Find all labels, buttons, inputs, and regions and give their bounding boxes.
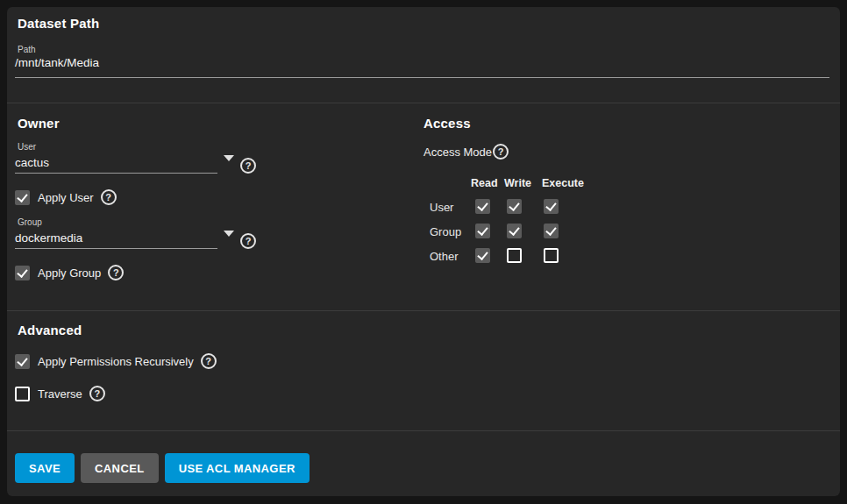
traverse-help-icon[interactable]: ? bbox=[89, 386, 105, 401]
user-select-input[interactable]: cactus bbox=[15, 156, 49, 169]
access-col-write: Write bbox=[504, 177, 531, 189]
path-input-underline bbox=[15, 77, 829, 78]
group-dropdown-caret-icon[interactable] bbox=[224, 231, 234, 237]
apply-permissions-recursively-help-icon[interactable]: ? bbox=[201, 353, 217, 369]
path-field-label: Path bbox=[18, 45, 36, 54]
access-mode-label: Access Mode bbox=[424, 146, 492, 159]
apply-permissions-recursively-checkbox[interactable] bbox=[15, 354, 30, 369]
section-divider bbox=[7, 310, 840, 311]
other-read-checkbox[interactable] bbox=[475, 248, 490, 263]
access-col-read: Read bbox=[471, 177, 498, 189]
section-divider bbox=[7, 430, 840, 431]
cancel-button[interactable]: CANCEL bbox=[81, 453, 159, 483]
group-execute-checkbox[interactable] bbox=[544, 224, 559, 238]
user-help-icon[interactable]: ? bbox=[240, 158, 256, 174]
user-execute-checkbox[interactable] bbox=[544, 199, 559, 214]
save-button[interactable]: SAVE bbox=[15, 453, 75, 483]
other-execute-checkbox[interactable] bbox=[544, 248, 559, 263]
user-write-checkbox[interactable] bbox=[507, 199, 522, 214]
user-read-checkbox[interactable] bbox=[475, 199, 490, 214]
section-divider bbox=[7, 103, 840, 103]
access-title: Access bbox=[424, 116, 471, 131]
access-row-user-label: User bbox=[430, 201, 453, 214]
apply-recursively-row: Apply Permissions Recursively ? bbox=[15, 353, 217, 369]
user-dropdown-caret-icon[interactable] bbox=[224, 155, 234, 161]
group-input-underline bbox=[15, 248, 217, 249]
user-input-underline bbox=[15, 173, 217, 174]
use-acl-manager-button[interactable]: USE ACL MANAGER bbox=[165, 453, 310, 483]
apply-group-row: Apply Group ? bbox=[15, 265, 124, 280]
group-help-icon[interactable]: ? bbox=[240, 233, 256, 249]
action-buttons-row: SAVE CANCEL USE ACL MANAGER bbox=[15, 453, 310, 483]
group-field-label: Group bbox=[18, 217, 42, 227]
edit-permissions-card: Dataset Path Path /mnt/tank/Media Owner … bbox=[7, 7, 840, 496]
access-row-other-label: Other bbox=[430, 250, 459, 263]
apply-user-row: Apply User ? bbox=[15, 189, 117, 205]
traverse-row: Traverse ? bbox=[15, 386, 105, 401]
apply-group-label: Apply Group bbox=[38, 266, 101, 280]
dataset-path-title: Dataset Path bbox=[18, 16, 99, 31]
access-row-group-label: Group bbox=[430, 225, 461, 238]
apply-group-help-icon[interactable]: ? bbox=[108, 265, 124, 280]
traverse-label: Traverse bbox=[38, 387, 82, 401]
apply-permissions-recursively-label: Apply Permissions Recursively bbox=[38, 355, 194, 368]
owner-title: Owner bbox=[18, 116, 60, 131]
access-col-execute: Execute bbox=[542, 177, 584, 189]
other-write-checkbox[interactable] bbox=[507, 248, 522, 263]
advanced-title: Advanced bbox=[18, 323, 82, 337]
apply-user-label: Apply User bbox=[38, 191, 94, 204]
traverse-checkbox[interactable] bbox=[15, 387, 30, 401]
path-input[interactable]: /mnt/tank/Media bbox=[15, 56, 99, 69]
group-select-input[interactable]: dockermedia bbox=[15, 231, 82, 245]
apply-user-help-icon[interactable]: ? bbox=[101, 189, 117, 205]
group-read-checkbox[interactable] bbox=[475, 224, 490, 238]
group-write-checkbox[interactable] bbox=[507, 224, 522, 238]
apply-user-checkbox[interactable] bbox=[15, 190, 30, 205]
apply-group-checkbox[interactable] bbox=[15, 266, 30, 280]
user-field-label: User bbox=[18, 142, 36, 152]
access-mode-row: Access Mode ? bbox=[424, 144, 509, 160]
access-mode-help-icon[interactable]: ? bbox=[493, 144, 509, 160]
